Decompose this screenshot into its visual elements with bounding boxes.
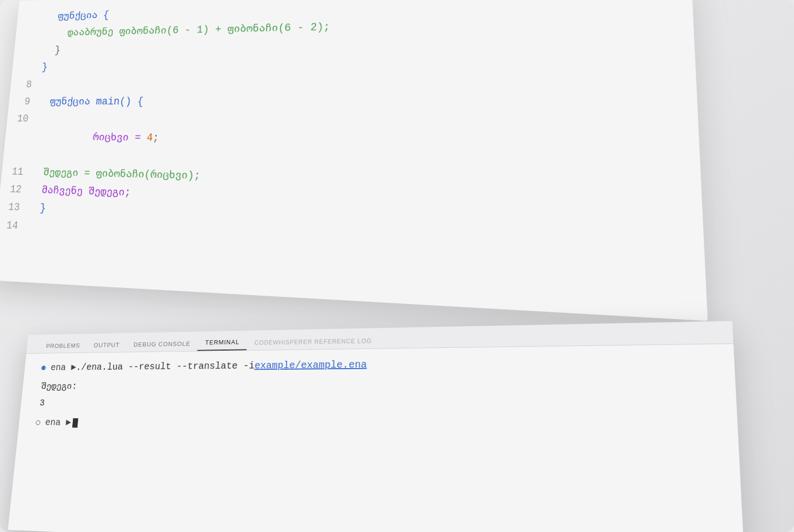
tab-debug-console[interactable]: DEBUG CONSOLE: [126, 336, 198, 352]
line-number: 13: [6, 199, 29, 217]
terminal-next-line: ena ►: [36, 417, 713, 434]
code-content: }: [41, 59, 48, 76]
terminal-output: შედეგი: 3: [39, 374, 712, 415]
terminal-cursor: [72, 418, 79, 427]
terminal-content: ena ► ./ena.lua --result --translate -i …: [8, 344, 744, 532]
code-content: ფუნქცია {: [46, 7, 110, 25]
terminal-panel: PROBLEMS OUTPUT DEBUG CONSOLE TERMINAL C…: [8, 321, 744, 532]
terminal-command-path: example/example.ena: [254, 359, 367, 371]
terminal-command-text: ./ena.lua --result --translate -i: [75, 360, 255, 373]
code-content: ფუნქცია main() {: [38, 93, 144, 111]
line-number: [26, 19, 47, 20]
terminal-command-line: ena ► ./ena.lua --result --translate -i …: [41, 355, 710, 373]
line-number: 10: [15, 111, 38, 128]
code-content: [26, 217, 34, 236]
line-number: 12: [8, 180, 31, 199]
line-number: 14: [4, 217, 27, 236]
line-number: [22, 53, 43, 53]
window-frame: ფუნქცია { დააბრუნე ფიბონაჩი(6 - 1) + ფიბ…: [0, 0, 794, 532]
editor-panel: ფუნქცია { დააბრუნე ფიბონაჩი(6 - 1) + ფიბ…: [0, 0, 708, 321]
code-content: რიცხვი = 4;: [33, 111, 161, 166]
line-number: 11: [9, 163, 33, 181]
terminal-output-label: შედეგი:: [40, 374, 711, 395]
terminal-dot: [41, 366, 46, 370]
tab-problems[interactable]: PROBLEMS: [39, 338, 87, 353]
line-number: 9: [17, 93, 39, 110]
tab-output[interactable]: OUTPUT: [86, 338, 127, 353]
terminal-output-value: 3: [39, 394, 712, 415]
tab-codewhisperer[interactable]: CODEWHISPERER REFERENCE LOG: [247, 333, 380, 350]
code-content: }: [43, 42, 62, 59]
line-number: [24, 36, 44, 37]
code-line: 9 ფუნქცია main() {: [8, 92, 698, 112]
terminal-prompt-label: ena ►: [50, 362, 77, 373]
code-content: [39, 76, 47, 93]
line-number: 8: [18, 76, 41, 93]
code-content: }: [27, 199, 47, 218]
code-area: ფუნქცია { დააბრუნე ფიბონაჩი(6 - 1) + ფიბ…: [0, 0, 708, 321]
code-content: მაჩვენე შედეგი;: [29, 181, 132, 202]
tab-terminal[interactable]: TERMINAL: [197, 335, 248, 351]
terminal-next-prompt: ena ►: [45, 417, 72, 428]
terminal-circle: [36, 420, 40, 424]
